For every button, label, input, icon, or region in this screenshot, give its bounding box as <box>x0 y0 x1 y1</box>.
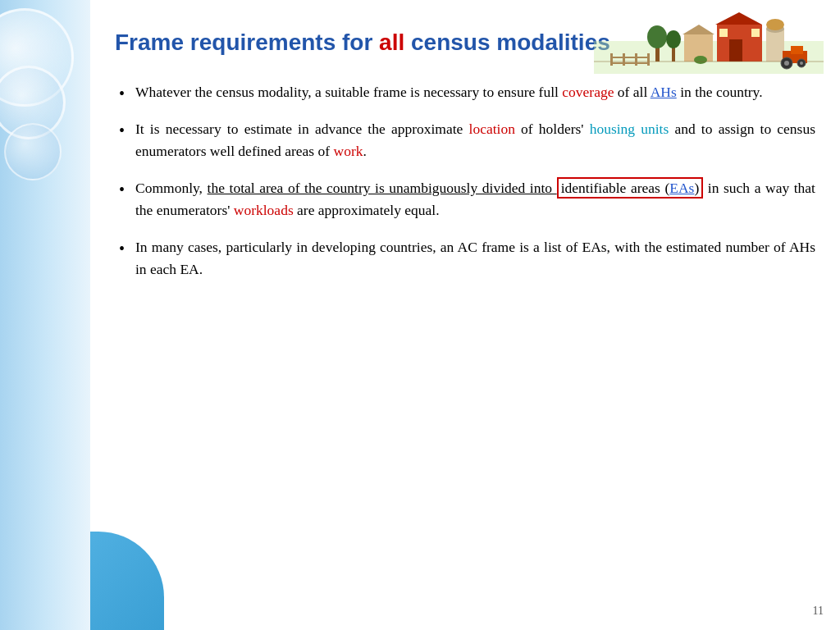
title-text-part1: Frame requirements for <box>115 30 379 55</box>
bullet3-underline: the total area of the country is unambig… <box>208 180 557 196</box>
bullet3-eas-box: identifiable areas (EAs) <box>557 177 704 199</box>
bullet2-text1: It is necessary to estimate in advance t… <box>135 121 469 137</box>
bullet-list: Whatever the census modality, a suitable… <box>115 81 815 281</box>
bullet1-text2: of all <box>614 84 650 100</box>
page-number-value: 11 <box>813 605 824 617</box>
page-number: 11 <box>813 605 824 618</box>
farm-illustration <box>594 8 824 74</box>
bullet3-workloads: workloads <box>234 202 294 218</box>
svg-point-15 <box>694 56 707 64</box>
bullet1-coverage: coverage <box>562 84 614 100</box>
svg-point-14 <box>666 30 681 48</box>
bullet2-housing: housing units <box>590 121 669 137</box>
circle-decoration-small <box>4 123 62 180</box>
svg-point-27 <box>784 61 789 66</box>
svg-point-8 <box>766 19 784 30</box>
main-content: Frame requirements for all census modali… <box>90 0 840 630</box>
svg-marker-2 <box>715 12 762 25</box>
svg-rect-3 <box>729 39 742 62</box>
bullet2-text2: of holders' <box>515 121 590 137</box>
bullet2-work: work <box>334 143 363 159</box>
bullet3-text1: Commonly, <box>135 180 208 196</box>
bullet4-text: In many cases, particularly in developin… <box>135 239 815 277</box>
svg-point-12 <box>647 25 667 48</box>
title-text-part2: census modalities <box>404 30 610 55</box>
list-item: Whatever the census modality, a suitable… <box>115 81 815 103</box>
left-decorative-panel <box>0 0 90 630</box>
svg-point-28 <box>800 62 803 65</box>
svg-marker-10 <box>682 25 714 34</box>
bullet2-period: . <box>363 143 366 159</box>
bullet3-text3: are approximately equal. <box>294 202 440 218</box>
list-item: It is necessary to estimate in advance t… <box>115 118 815 162</box>
svg-rect-6 <box>766 29 784 62</box>
list-item: In many cases, particularly in developin… <box>115 236 815 281</box>
bullet3-eas-link: EAs <box>669 180 694 196</box>
title-highlight: all <box>379 30 404 55</box>
svg-rect-4 <box>719 29 728 37</box>
bullet1-text1: Whatever the census modality, a suitable… <box>135 84 562 100</box>
bullet1-text3: in the country. <box>677 84 763 100</box>
bullet2-location: location <box>469 121 515 137</box>
list-item: Commonly, the total area of the country … <box>115 177 815 221</box>
svg-rect-5 <box>751 29 760 37</box>
bullet1-ahs: AHs <box>651 84 677 100</box>
svg-rect-24 <box>791 46 803 54</box>
